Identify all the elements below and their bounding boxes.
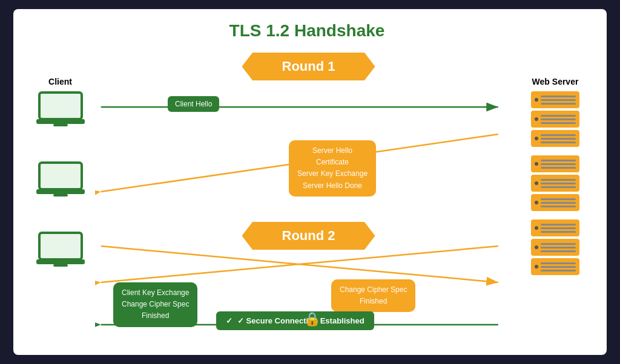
server-line [541, 270, 576, 271]
change-cipher-msg: Change Cipher SpecFinished [331, 279, 415, 312]
server-dot [535, 162, 538, 166]
server-lines [541, 224, 576, 233]
svg-rect-7 [36, 259, 85, 264]
server-dot [535, 226, 538, 230]
server-line [541, 266, 576, 268]
server-line [541, 167, 576, 169]
server-line [541, 206, 576, 207]
server-dot [535, 117, 538, 121]
server-line [541, 141, 576, 143]
client-1 [36, 91, 85, 126]
server-dot [535, 201, 538, 204]
server-line [541, 122, 576, 124]
checkmark-icon: ✓ [226, 316, 232, 325]
client-3 [36, 232, 85, 267]
svg-rect-6 [39, 233, 82, 259]
svg-rect-3 [39, 163, 82, 189]
secure-connection-msg: ✓ ✓ Secure Connection Established [216, 311, 374, 330]
server-line [541, 227, 576, 229]
server-lines [541, 96, 576, 105]
laptop-icon-2 [36, 161, 85, 197]
client-key-exchange-msg: Client Key ExchangeChange Cipher SpecFin… [113, 282, 197, 327]
server-dot [535, 245, 538, 249]
server-icon-6 [531, 194, 579, 211]
server-line [541, 99, 576, 101]
server-icon-5 [531, 175, 579, 192]
client-column: Client [25, 47, 95, 343]
server-line [541, 96, 576, 97]
svg-rect-1 [36, 119, 85, 124]
client-hello-msg: Client Hello [168, 96, 219, 112]
server-dot [535, 137, 538, 140]
server-line [541, 134, 576, 136]
server-group-2 [531, 155, 579, 213]
server-label: Web Server [532, 77, 579, 86]
server-icon-3 [531, 130, 579, 147]
server-lines [541, 262, 576, 271]
server-line [541, 231, 576, 233]
server-lines [541, 179, 576, 188]
server-line [541, 138, 576, 140]
server-column: Web Server [522, 47, 589, 343]
server-line [541, 163, 576, 165]
server-lines [541, 115, 576, 124]
lock-icon: 🔒 [304, 311, 320, 327]
svg-rect-8 [53, 264, 68, 267]
server-line [541, 119, 576, 120]
server-line [541, 103, 576, 105]
server-lines [541, 160, 576, 169]
server-icon-9 [531, 258, 579, 275]
middle-area: Round 1 Client Hello Server HelloCertifi… [95, 47, 522, 343]
svg-line-15 [101, 246, 498, 282]
svg-rect-5 [53, 194, 68, 197]
server-line [541, 224, 576, 226]
server-line [541, 198, 576, 200]
client-2 [36, 161, 85, 197]
server-group-3 [531, 219, 579, 278]
server-dot [535, 265, 538, 268]
server-line [541, 247, 576, 249]
page-title: TLS 1.2 Handshake [25, 21, 589, 41]
server-dot [535, 98, 538, 102]
server-line [541, 186, 576, 188]
server-line [541, 243, 576, 245]
server-lines [541, 198, 576, 207]
svg-rect-0 [39, 93, 82, 119]
server-line [541, 160, 576, 161]
server-line [541, 183, 576, 184]
laptop-icon-3 [36, 232, 85, 267]
server-lines [541, 134, 576, 143]
svg-rect-2 [53, 124, 68, 126]
server-line [541, 262, 576, 264]
server-line [541, 115, 576, 117]
server-icon-8 [531, 239, 579, 256]
server-lines [541, 243, 576, 252]
round1-banner: Round 1 [242, 53, 375, 80]
server-icon-4 [531, 155, 579, 172]
server-line [541, 250, 576, 252]
server-icon-2 [531, 111, 579, 128]
server-dot [535, 181, 538, 185]
diagram-container: TLS 1.2 Handshake Client [13, 9, 607, 355]
svg-rect-4 [36, 189, 85, 194]
client-label: Client [48, 77, 72, 86]
server-icon-1 [531, 91, 579, 108]
svg-line-16 [101, 246, 498, 282]
laptop-icon-1 [36, 91, 85, 126]
server-icon-7 [531, 219, 579, 236]
round2-banner: Round 2 [242, 222, 375, 250]
server-hello-msg: Server HelloCertificateServer Key Exchan… [289, 140, 376, 197]
server-line [541, 179, 576, 181]
server-line [541, 202, 576, 204]
